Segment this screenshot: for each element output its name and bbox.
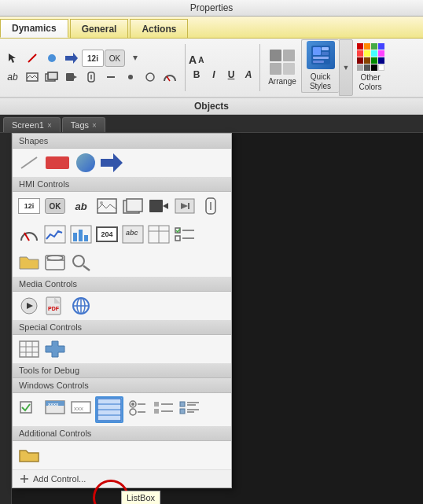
quick-styles-btn[interactable]: Quick Styles xyxy=(301,39,339,93)
svg-text:xxx: xxx xyxy=(74,405,83,412)
svg-line-1 xyxy=(28,54,36,62)
shape-circle-icon[interactable] xyxy=(74,152,97,174)
media-play-btn[interactable] xyxy=(17,295,41,317)
hmi-icons-row3 xyxy=(13,248,231,277)
num-input-btn[interactable]: 12i xyxy=(82,50,104,67)
title-bar: Properties xyxy=(0,0,423,17)
hmi-controls-header: HMI Controls xyxy=(13,177,231,192)
screen-tabs-bar: Screen1 × Tags × xyxy=(0,115,423,133)
svg-line-23 xyxy=(21,157,37,168)
win-dots2-btn[interactable] xyxy=(152,396,175,418)
svg-rect-28 xyxy=(127,199,142,212)
hmi-check-btn[interactable] xyxy=(173,223,197,245)
win-radio-btn[interactable] xyxy=(126,396,149,418)
image-btn[interactable] xyxy=(23,68,42,86)
arrow-tool-btn[interactable] xyxy=(62,50,81,67)
hmi-player-btn[interactable] xyxy=(173,195,197,217)
windows-icons-row: xxxx xxx xyxy=(13,393,231,426)
hmi-db-btn[interactable] xyxy=(43,252,67,274)
canvas-area: Shapes xyxy=(12,133,423,504)
svg-marker-4 xyxy=(133,56,138,61)
quick-styles-dropdown-btn[interactable]: ▼ xyxy=(339,39,353,96)
listbox-tooltip: ListBox xyxy=(121,491,160,504)
svg-rect-7 xyxy=(48,72,57,79)
svg-rect-41 xyxy=(84,235,88,241)
media-pdf-btn[interactable]: PDF xyxy=(43,295,67,317)
select-tool-btn[interactable] xyxy=(3,50,22,67)
app-window: Properties Dynamics General Actions xyxy=(0,0,423,504)
video-btn[interactable] xyxy=(62,68,81,86)
circle-outline-btn[interactable] xyxy=(141,68,160,86)
hmi-num2-btn[interactable]: 204 xyxy=(95,223,119,245)
media-icons-row: PDF xyxy=(13,292,231,320)
hmi-scroll-btn[interactable] xyxy=(199,195,223,217)
hmi-ab-btn[interactable]: ab xyxy=(69,195,93,217)
hmi-image-btn[interactable] xyxy=(95,195,119,217)
special-grid-btn[interactable] xyxy=(17,338,41,360)
add-folder-btn[interactable] xyxy=(17,444,41,466)
svg-rect-51 xyxy=(46,256,64,270)
circle-tool-btn[interactable] xyxy=(42,50,61,67)
add-control-row[interactable]: Add Control... xyxy=(13,469,231,487)
tags-tab[interactable]: Tags × xyxy=(62,117,105,132)
hmi-panel-btn[interactable] xyxy=(147,223,171,245)
hmi-gallery-btn[interactable] xyxy=(121,195,145,217)
controls-dropdown-panel: Shapes xyxy=(12,133,232,488)
arrange-btn[interactable]: Arrange xyxy=(263,41,301,94)
toolbar-area: 12i OK ab xyxy=(0,39,423,98)
svg-rect-90 xyxy=(180,402,185,407)
objects-bar: Objects xyxy=(0,98,423,115)
bold-btn[interactable]: B xyxy=(189,68,204,82)
hmi-num-btn[interactable]: 12i xyxy=(17,195,41,217)
hmi-bar-btn[interactable] xyxy=(69,223,93,245)
tags-close[interactable]: × xyxy=(92,121,97,130)
media-controls-header: Media Controls xyxy=(13,277,231,292)
svg-rect-29 xyxy=(149,200,163,212)
shape-arrow-icon[interactable] xyxy=(100,152,123,174)
svg-marker-3 xyxy=(65,53,78,64)
italic-btn[interactable]: I xyxy=(206,68,222,82)
expand-btn[interactable] xyxy=(126,50,145,67)
win-check-btn[interactable] xyxy=(17,396,41,418)
win-listbox-btn[interactable] xyxy=(95,396,123,423)
gauge-btn[interactable] xyxy=(160,68,179,86)
svg-rect-93 xyxy=(180,409,185,414)
shape-line-icon[interactable] xyxy=(17,152,41,174)
ab-text-btn[interactable]: ab xyxy=(3,68,22,86)
tab-general[interactable]: General xyxy=(70,19,129,38)
hmi-search-btn[interactable] xyxy=(69,252,93,274)
shape-rect-icon[interactable] xyxy=(43,152,72,174)
gallery-btn[interactable] xyxy=(42,68,61,86)
underline-btn[interactable]: U xyxy=(223,68,239,82)
line-tool-btn[interactable] xyxy=(23,50,42,67)
content-area: Shapes xyxy=(0,133,423,504)
tools-debug-header: Tools for Debug xyxy=(13,363,231,378)
svg-rect-49 xyxy=(175,236,180,241)
dash-btn[interactable] xyxy=(101,68,120,86)
screen1-close[interactable]: × xyxy=(47,121,52,130)
win-textbox-btn[interactable]: xxx xyxy=(69,396,93,418)
hmi-folder2-btn[interactable] xyxy=(17,252,41,274)
hmi-text-btn[interactable]: abc xyxy=(121,223,145,245)
ok-btn[interactable]: OK xyxy=(105,50,125,67)
special-cross-btn[interactable] xyxy=(43,338,67,360)
svg-text:PDF: PDF xyxy=(48,306,60,311)
win-panel-btn[interactable]: xxxx xyxy=(43,396,67,418)
media-globe-btn[interactable] xyxy=(69,295,93,317)
tab-actions[interactable]: Actions xyxy=(130,19,188,38)
other-colors-btn[interactable]: Other Colors xyxy=(353,41,388,94)
svg-rect-19 xyxy=(322,47,329,50)
dot-btn[interactable] xyxy=(121,68,140,86)
hmi-video-btn[interactable] xyxy=(147,195,171,217)
align-btn[interactable]: A xyxy=(241,68,256,82)
hmi-chart-btn[interactable] xyxy=(43,223,67,245)
tab-dynamics[interactable]: Dynamics xyxy=(0,19,68,38)
scroll-btn[interactable] xyxy=(82,68,101,86)
svg-line-16 xyxy=(167,76,170,81)
svg-point-54 xyxy=(73,256,84,267)
win-textalign-btn[interactable] xyxy=(178,396,201,418)
screen1-tab[interactable]: Screen1 × xyxy=(3,117,61,132)
svg-point-14 xyxy=(128,75,133,79)
hmi-gauge-btn[interactable] xyxy=(17,223,41,245)
hmi-ok-btn[interactable]: OK xyxy=(43,195,67,217)
